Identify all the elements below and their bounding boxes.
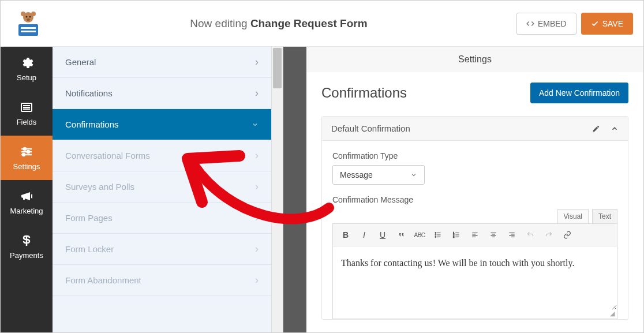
chevron-right-icon: ›	[255, 149, 259, 162]
select-value: Message	[340, 170, 373, 179]
scrollbar-thumb[interactable]	[273, 48, 282, 88]
subpanel-item-general[interactable]: General ›	[53, 47, 271, 78]
section-header: Confirmations Add New Confirmation	[321, 83, 628, 103]
nav-marketing[interactable]: Marketing	[1, 180, 53, 225]
content-pane: Settings Confirmations Add New Confirmat…	[306, 47, 643, 333]
confirmation-message-label: Confirmation Message	[332, 195, 617, 204]
svg-point-4	[29, 16, 31, 17]
form-name: Change Request Form	[250, 17, 368, 29]
embed-label: EMBED	[538, 19, 567, 28]
subpanel-label: General	[65, 57, 96, 67]
subpanel-item-confirmations[interactable]: Confirmations	[53, 109, 271, 140]
now-editing-label: Now editing	[190, 17, 247, 29]
top-bar: Now editing Change Request Form EMBED SA…	[1, 1, 643, 47]
svg-point-5	[27, 18, 30, 21]
quote-button[interactable]	[393, 227, 409, 242]
panel-title: Default Confirmation	[331, 124, 410, 133]
edit-icon[interactable]	[592, 125, 600, 133]
content-body: Confirmations Add New Confirmation Defau…	[306, 72, 643, 333]
page-title: Now editing Change Request Form	[46, 17, 512, 30]
italic-button[interactable]: I	[356, 227, 372, 242]
list-icon	[20, 100, 33, 114]
dollar-icon	[20, 234, 33, 248]
subpanel-label: Confirmations	[65, 119, 119, 129]
subpanel-scrollbar[interactable]	[271, 47, 283, 333]
nav-payments-label: Payments	[10, 251, 43, 260]
nav-settings[interactable]: Settings	[1, 136, 53, 180]
svg-point-19	[435, 233, 436, 234]
editor-textarea[interactable]: Thanks for contacting us! We will be in …	[333, 246, 617, 310]
chevron-right-icon: ›	[255, 87, 259, 99]
nav-setup[interactable]: Setup	[1, 47, 53, 91]
rich-text-editor: B I U ABC 123	[332, 223, 617, 319]
svg-text:3: 3	[453, 236, 454, 238]
align-right-button[interactable]	[504, 227, 520, 242]
nav-fields[interactable]: Fields	[1, 91, 53, 136]
embed-button[interactable]: EMBED	[516, 13, 576, 35]
subpanel-label: Form Locker	[65, 244, 114, 254]
chevron-right-icon: ›	[255, 243, 259, 255]
bullet-list-button[interactable]	[430, 227, 446, 242]
align-left-button[interactable]	[467, 227, 483, 242]
subpanel-label: Form Pages	[65, 213, 113, 223]
link-button[interactable]	[559, 227, 575, 242]
svg-point-3	[26, 16, 28, 17]
code-icon	[526, 20, 534, 28]
confirmation-type-label: Confirmation Type	[332, 151, 617, 160]
svg-point-2	[31, 12, 36, 16]
chevron-down-icon	[410, 171, 417, 178]
editor-tab-visual[interactable]: Visual	[557, 209, 589, 223]
align-center-button[interactable]	[485, 227, 501, 242]
confirmation-type-select[interactable]: Message	[332, 165, 425, 185]
editor-tab-text[interactable]: Text	[592, 209, 617, 223]
underline-button[interactable]: U	[375, 227, 391, 242]
subpanel-list: General › Notifications › Confirmations …	[53, 47, 271, 333]
form-preview-edge	[283, 47, 306, 333]
svg-point-18	[23, 154, 25, 156]
content-header-label: Settings	[458, 54, 492, 65]
content-header: Settings	[306, 47, 643, 72]
subpanel-item-form-pages[interactable]: Form Pages ›	[53, 203, 271, 234]
svg-point-21	[435, 234, 436, 235]
chevron-right-icon: ›	[255, 274, 259, 286]
panel-body: Confirmation Type Message Confirmation M…	[322, 141, 628, 319]
nav-marketing-label: Marketing	[10, 207, 43, 215]
subpanel-item-surveys-polls[interactable]: Surveys and Polls ›	[53, 171, 271, 203]
subpanel-item-conversational-forms[interactable]: Conversational Forms ›	[53, 140, 271, 171]
nav-setup-label: Setup	[17, 73, 36, 82]
chevron-right-icon: ›	[255, 181, 259, 193]
main-area: Setup Fields Settings Marketing Payments	[1, 47, 643, 333]
bold-button[interactable]: B	[338, 227, 354, 242]
numbered-list-button[interactable]: 123	[448, 227, 465, 242]
confirmation-panel: Default Confirmation Confirmation Type M…	[321, 116, 628, 320]
undo-button[interactable]	[522, 227, 538, 242]
svg-point-16	[27, 151, 29, 153]
app-logo	[11, 6, 46, 41]
subpanel-label: Form Abandonment	[65, 275, 141, 285]
subpanel-label: Notifications	[65, 88, 113, 98]
subpanel-item-form-locker[interactable]: Form Locker ›	[53, 234, 271, 265]
svg-rect-6	[18, 24, 38, 36]
panel-actions	[592, 125, 619, 133]
save-button[interactable]: SAVE	[581, 13, 633, 35]
add-confirmation-button[interactable]: Add New Confirmation	[530, 83, 628, 103]
bullhorn-icon	[20, 189, 33, 203]
subpanel-item-notifications[interactable]: Notifications ›	[53, 78, 271, 109]
chevron-right-icon: ›	[255, 212, 259, 224]
subpanel-item-form-abandonment[interactable]: Form Abandonment ›	[53, 265, 271, 296]
chevron-down-icon	[252, 121, 259, 128]
resize-handle-icon[interactable]: ◢	[333, 310, 617, 319]
panel-header[interactable]: Default Confirmation	[322, 117, 628, 141]
nav-settings-label: Settings	[13, 162, 40, 171]
settings-subpanel: General › Notifications › Confirmations …	[53, 47, 283, 333]
nav-payments[interactable]: Payments	[1, 225, 53, 269]
svg-point-23	[435, 237, 436, 238]
icon-nav: Setup Fields Settings Marketing Payments	[1, 47, 53, 333]
chevron-right-icon: ›	[255, 56, 259, 68]
redo-button[interactable]	[541, 227, 557, 242]
svg-point-1	[21, 12, 25, 16]
strikethrough-button[interactable]: ABC	[411, 227, 428, 242]
check-icon	[591, 20, 599, 28]
editor-tabs: Visual Text	[332, 209, 617, 223]
chevron-up-icon[interactable]	[611, 125, 619, 133]
